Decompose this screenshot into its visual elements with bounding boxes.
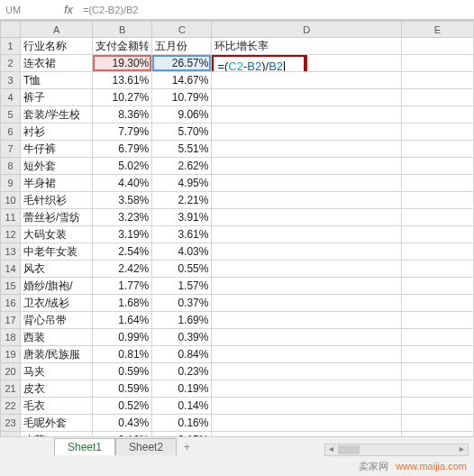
cell[interactable] [212,346,401,363]
cell[interactable] [212,415,401,432]
cell[interactable]: 0.59% [93,363,152,380]
cell[interactable]: 0.52% [93,398,152,415]
cell[interactable] [212,380,401,398]
cell[interactable]: 短外套 [21,158,93,175]
cell[interactable] [212,141,401,158]
row-header[interactable]: 4 [1,89,21,106]
cell[interactable]: 西装 [21,329,93,346]
row-header[interactable]: 22 [1,398,21,415]
cell[interactable]: 大码女装 [21,226,93,243]
row-header[interactable]: 19 [1,346,21,363]
horizontal-scrollbar[interactable]: ◄ ► [324,444,469,456]
cell[interactable] [401,106,473,124]
cell[interactable]: 3.23% [93,209,152,226]
row-header[interactable]: 9 [1,175,21,192]
col-header-b[interactable]: B [93,22,152,38]
cell[interactable]: 毛呢外套 [21,415,93,432]
cell[interactable]: 套装/学生校 [21,106,93,124]
tab-sheet2[interactable]: Sheet2 [115,438,177,455]
row-header[interactable]: 5 [1,106,21,124]
row-header[interactable]: 14 [1,261,21,278]
cell[interactable]: 0.99% [93,329,152,346]
tab-sheet1[interactable]: Sheet1 [54,438,115,455]
col-header-c[interactable]: C [152,22,212,38]
row-header[interactable]: 17 [1,312,21,329]
row-header[interactable]: 10 [1,192,21,209]
row-header[interactable]: 6 [1,124,21,141]
cell[interactable]: 9.06% [152,106,212,124]
cell[interactable]: 1.57% [152,278,212,295]
row-header[interactable]: 11 [1,209,21,226]
cell[interactable]: 0.19% [152,380,212,398]
cell[interactable]: 1.68% [93,295,152,312]
cell[interactable] [401,38,473,55]
cell[interactable] [401,398,473,415]
cell[interactable]: 1.69% [152,312,212,329]
col-header-a[interactable]: A [21,22,93,38]
cell[interactable]: 5.70% [152,124,212,141]
cell-c2-ref[interactable]: 26.57% [152,55,212,72]
cell-b2-ref[interactable]: 19.30% [93,55,152,72]
cell[interactable] [401,329,473,346]
cell[interactable] [401,141,473,158]
cell[interactable]: 0.23% [152,363,212,380]
cell[interactable] [401,312,473,329]
cell[interactable]: 3.19% [93,226,152,243]
cell[interactable] [401,209,473,226]
cell[interactable]: 马夹 [21,363,93,380]
cell[interactable]: 风衣 [21,261,93,278]
cell[interactable]: 0.37% [152,295,212,312]
cell[interactable] [401,380,473,398]
cell[interactable]: 7.79% [93,124,152,141]
cell[interactable] [212,278,401,295]
spreadsheet-grid[interactable]: A B C D E 1 行业名称 支付金额转 五月份 环比增长率 2 连衣裙 1… [0,20,474,449]
cell[interactable] [401,363,473,380]
cell[interactable]: 3.91% [152,209,212,226]
fx-icon[interactable]: fx [59,4,77,16]
cell[interactable]: 13.61% [93,72,152,89]
cell[interactable]: 0.39% [152,329,212,346]
cell[interactable]: 2.42% [93,261,152,278]
cell[interactable]: 10.79% [152,89,212,106]
col-header-d[interactable]: D [212,22,401,38]
row-header[interactable]: 7 [1,141,21,158]
cell[interactable]: 4.03% [152,243,212,261]
cell-d2-editing[interactable]: =(C2-B2)/B2 [212,55,401,72]
formula-input[interactable]: =(C2-B2)/B2 [77,5,469,15]
cell[interactable] [401,278,473,295]
row-header[interactable]: 21 [1,380,21,398]
row-header[interactable]: 13 [1,243,21,261]
cell[interactable]: 皮衣 [21,380,93,398]
cell[interactable]: 背心吊带 [21,312,93,329]
cell[interactable]: 14.67% [152,72,212,89]
cell[interactable]: 2.54% [93,243,152,261]
cell[interactable] [212,312,401,329]
cell[interactable]: 毛衣 [21,398,93,415]
row-header[interactable]: 18 [1,329,21,346]
cell[interactable]: 0.16% [152,415,212,432]
cell[interactable]: 10.27% [93,89,152,106]
cell[interactable] [401,261,473,278]
cell[interactable]: 6.79% [93,141,152,158]
tab-add-button[interactable]: + [177,439,197,455]
cell[interactable] [401,89,473,106]
cell[interactable] [401,72,473,89]
row-header[interactable]: 2 [1,55,21,72]
cell[interactable] [401,346,473,363]
cell[interactable]: T恤 [21,72,93,89]
cell[interactable]: 8.36% [93,106,152,124]
row-header[interactable]: 23 [1,415,21,432]
cell[interactable] [401,158,473,175]
row-header[interactable]: 20 [1,363,21,380]
cell[interactable]: 0.84% [152,346,212,363]
col-header-e[interactable]: E [401,22,473,38]
cell[interactable]: 3.61% [152,226,212,243]
cell[interactable] [212,72,401,89]
cell[interactable] [401,243,473,261]
cell[interactable] [401,226,473,243]
cell[interactable]: 2.62% [152,158,212,175]
cell[interactable]: 五月份 [152,38,212,55]
cell[interactable] [401,295,473,312]
cell[interactable]: 裤子 [21,89,93,106]
cell[interactable]: 2.21% [152,192,212,209]
